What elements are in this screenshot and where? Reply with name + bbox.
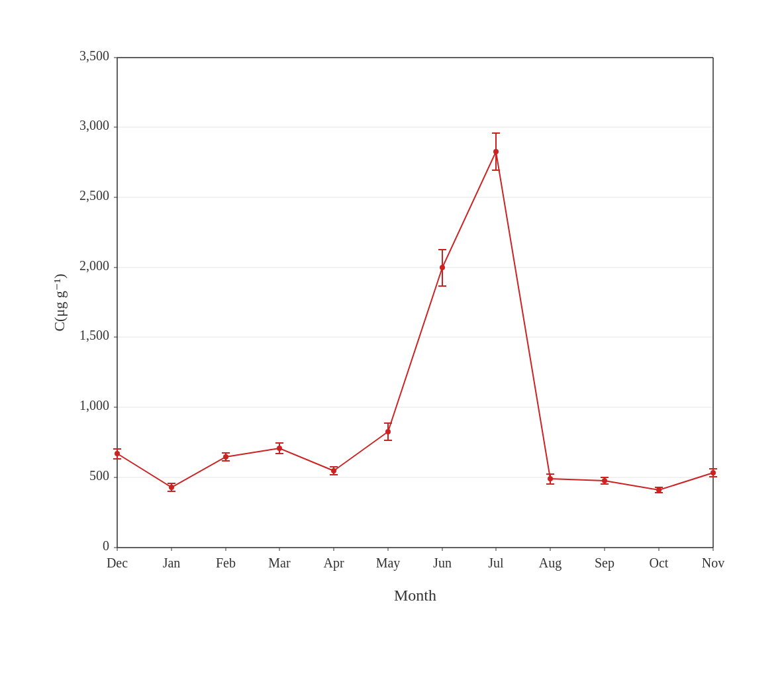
point-jun — [440, 265, 445, 270]
ylabel-1500: 1,500 — [79, 328, 109, 342]
xlabel-aug: Aug — [539, 556, 562, 571]
xlabel-dec: Dec — [107, 556, 128, 570]
point-aug — [548, 476, 553, 481]
xlabel-jan: Jan — [163, 556, 181, 570]
point-jul — [493, 149, 499, 154]
chart-svg: 0 500 1,000 1,500 2,000 2,500 3,000 3,50… — [44, 38, 740, 647]
point-nov — [710, 470, 716, 475]
ylabel-3500: 3,500 — [79, 48, 109, 63]
point-feb — [223, 454, 228, 460]
xlabel-oct: Oct — [650, 556, 669, 570]
chart-container: 0 500 1,000 1,500 2,000 2,500 3,000 3,50… — [28, 28, 756, 657]
ylabel-1000: 1,000 — [79, 398, 109, 413]
xlabel-mar: Mar — [268, 556, 291, 570]
point-oct — [656, 487, 662, 493]
point-dec — [115, 451, 120, 456]
xlabel-jul: Jul — [488, 556, 504, 570]
ylabel-2500: 2,500 — [79, 188, 109, 203]
xlabel-nov: Nov — [702, 556, 724, 570]
point-mar — [277, 446, 282, 451]
point-may — [385, 429, 391, 434]
ylabel-0: 0 — [103, 538, 109, 553]
xlabel-feb: Feb — [216, 556, 236, 570]
xlabel-apr: Apr — [323, 556, 344, 571]
xlabel-jun: Jun — [433, 556, 452, 570]
chart-background — [117, 58, 713, 548]
ylabel-2000: 2,000 — [79, 258, 109, 273]
x-axis-label: Month — [394, 587, 436, 604]
ylabel-3000: 3,000 — [79, 118, 109, 132]
point-jan — [169, 485, 174, 490]
xlabel-may: May — [376, 556, 401, 571]
y-axis-label: C(μg g⁻¹) — [51, 273, 68, 331]
ylabel-500: 500 — [89, 468, 109, 483]
point-apr — [331, 468, 336, 473]
xlabel-sep: Sep — [595, 556, 614, 571]
point-sep — [602, 478, 607, 483]
